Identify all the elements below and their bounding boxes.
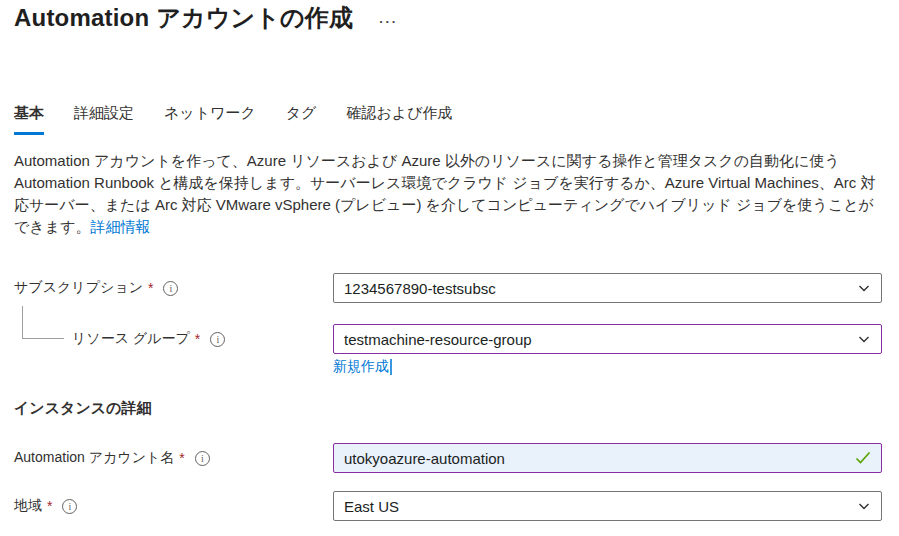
resource-group-label-cell: リソース グループ * i [72, 324, 225, 354]
tab-basics[interactable]: 基本 [14, 104, 44, 135]
page-title: Automation アカウントの作成 [14, 2, 353, 34]
region-value: East US [344, 498, 399, 515]
account-name-value: utokyoazure-automation [344, 450, 505, 467]
required-asterisk: * [148, 280, 153, 296]
resource-group-value: testmachine-resource-group [344, 331, 532, 348]
region-dropdown[interactable]: East US [333, 491, 882, 521]
tab-review-create[interactable]: 確認および作成 [346, 104, 452, 135]
chevron-down-icon [857, 499, 871, 513]
account-name-label-cell: Automation アカウント名 * i [14, 443, 210, 473]
text-caret [390, 359, 392, 375]
learn-more-link[interactable]: 詳細情報 [90, 218, 150, 235]
info-icon[interactable]: i [210, 332, 225, 347]
required-asterisk: * [195, 331, 200, 347]
create-new-row: 新規作成 [333, 358, 392, 376]
create-automation-account-blade: Automation アカウントの作成 ··· 基本 詳細設定 ネットワーク タ… [0, 0, 899, 536]
create-new-resource-group-link[interactable]: 新規作成 [333, 358, 389, 376]
region-label: 地域 [14, 497, 42, 515]
instance-details-heading: インスタンスの詳細 [14, 399, 151, 418]
tab-tags[interactable]: タグ [286, 104, 317, 135]
info-icon[interactable]: i [163, 281, 178, 296]
tab-bar: 基本 詳細設定 ネットワーク タグ 確認および作成 [14, 104, 453, 135]
chevron-down-icon [857, 332, 871, 346]
checkmark-icon [855, 451, 871, 465]
more-options-icon[interactable]: ··· [379, 9, 398, 28]
region-label-cell: 地域 * i [14, 491, 77, 521]
account-name-label: Automation アカウント名 [14, 449, 174, 467]
resource-group-dropdown[interactable]: testmachine-resource-group [333, 324, 882, 354]
subscription-value: 1234567890-testsubsc [344, 280, 496, 297]
tab-advanced[interactable]: 詳細設定 [74, 104, 134, 135]
tab-networking[interactable]: ネットワーク [164, 104, 256, 135]
subscription-dropdown[interactable]: 1234567890-testsubsc [333, 273, 882, 303]
resource-group-label: リソース グループ [72, 330, 190, 348]
required-asterisk: * [47, 498, 52, 514]
resource-group-indent-connector [22, 306, 64, 339]
account-name-input[interactable]: utokyoazure-automation [333, 443, 882, 473]
info-icon[interactable]: i [195, 451, 210, 466]
subscription-label: サブスクリプション [14, 279, 143, 297]
subscription-label-cell: サブスクリプション * i [14, 273, 178, 303]
blade-description: Automation アカウントを作って、Azure リソースおよび Azure… [14, 150, 888, 238]
chevron-down-icon [857, 281, 871, 295]
blade-header: Automation アカウントの作成 ··· [14, 2, 398, 34]
info-icon[interactable]: i [62, 499, 77, 514]
required-asterisk: * [179, 450, 184, 466]
